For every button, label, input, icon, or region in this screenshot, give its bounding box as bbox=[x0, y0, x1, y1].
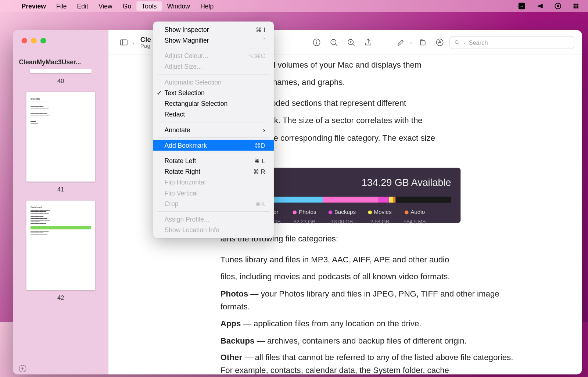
minimize-button[interactable] bbox=[31, 38, 36, 43]
svg-point-11 bbox=[577, 7, 578, 8]
svg-line-18 bbox=[335, 44, 337, 46]
rotate-icon[interactable] bbox=[415, 35, 430, 50]
menu-item-add-bookmark[interactable]: Add Bookmark⌘D bbox=[153, 140, 274, 151]
svg-rect-0 bbox=[519, 3, 525, 10]
menu-item-show-inspector[interactable]: Show Inspector⌘ I bbox=[153, 24, 274, 35]
menu-edit[interactable]: Edit bbox=[72, 1, 93, 11]
menu-item-text-selection[interactable]: ✓Text Selection bbox=[153, 87, 274, 98]
thumb-label: 41 bbox=[23, 182, 98, 201]
info-icon[interactable] bbox=[309, 35, 324, 50]
menubar: Preview File Edit View Go Tools Window H… bbox=[0, 0, 588, 12]
app-window: CleanMyMac3User... 40 Shredder ▬▬▬▬▬▬▬▬▬… bbox=[13, 30, 582, 374]
menu-item-show-magnifier[interactable]: Show Magnifier` bbox=[153, 35, 274, 46]
category-line: Tunes library and files in MP3, AAC, AIF… bbox=[220, 254, 522, 267]
menu-item-rotate-right[interactable]: Rotate Right⌘ R bbox=[153, 166, 274, 177]
svg-point-2 bbox=[557, 5, 559, 7]
disk-available: 134.29 GB Available bbox=[362, 175, 451, 191]
tools-menu: Show Inspector⌘ IShow Magnifier`Adjust C… bbox=[153, 22, 274, 238]
thumb-41[interactable]: Shredder ▬▬▬▬▬▬▬▬▬▬▬▬▬▬▬▬▬▬▬▬▬▬▬▬▬▬▬▬▬▬▬… bbox=[26, 92, 95, 182]
sidebar: CleanMyMac3User... 40 Shredder ▬▬▬▬▬▬▬▬▬… bbox=[13, 30, 108, 374]
svg-point-9 bbox=[573, 7, 575, 8]
chevron-down-icon: ⌄ bbox=[463, 40, 466, 45]
doc-title: Cle Pag bbox=[140, 36, 151, 49]
search-icon bbox=[454, 39, 460, 45]
zoom-button[interactable] bbox=[40, 38, 46, 43]
svg-point-10 bbox=[575, 7, 577, 8]
sidebar-toggle-icon[interactable] bbox=[116, 35, 131, 50]
markup-icon[interactable] bbox=[432, 35, 447, 50]
category-line: Other — all files that cannot be referre… bbox=[220, 351, 522, 374]
svg-point-26 bbox=[455, 40, 458, 43]
svg-point-16 bbox=[316, 41, 316, 41]
zoom-out-icon[interactable] bbox=[326, 35, 341, 50]
menu-item-rectangular-selection[interactable]: Rectangular Selection bbox=[153, 98, 274, 109]
share-icon[interactable] bbox=[361, 35, 376, 50]
svg-point-4 bbox=[575, 4, 577, 5]
svg-line-27 bbox=[458, 43, 459, 44]
menu-item-redact[interactable]: Redact bbox=[153, 109, 274, 119]
menu-item-flip-vertical: Flip Vertical bbox=[153, 188, 274, 198]
menubar-tray bbox=[517, 2, 580, 10]
thumb-40[interactable] bbox=[30, 69, 92, 73]
menu-item-assign-profile-: Assign Profile... bbox=[153, 214, 274, 225]
menu-item-flip-horizontal: Flip Horizontal bbox=[153, 177, 274, 187]
thumb-42[interactable]: Dashboard ▬▬▬▬▬▬▬▬▬▬▬▬▬▬▬▬▬▬▬▬▬▬▬▬▬▬▬▬▬▬… bbox=[26, 201, 95, 290]
menu-go[interactable]: Go bbox=[118, 1, 137, 11]
zoom-in-icon[interactable] bbox=[344, 35, 358, 50]
category-line: Backups — archives, containers and backu… bbox=[220, 334, 522, 348]
menu-item-adjust-colour-: Adjust Colour...⌥⌘C bbox=[153, 50, 274, 61]
legend-item: Audio584.5 MB bbox=[404, 208, 426, 226]
menu-item-show-location-info: Show Location Info bbox=[153, 225, 274, 235]
svg-rect-24 bbox=[420, 40, 425, 45]
chevron-down-icon[interactable]: ⌄ bbox=[132, 40, 135, 45]
svg-point-3 bbox=[573, 4, 575, 5]
thumbnail-list[interactable]: 40 Shredder ▬▬▬▬▬▬▬▬▬▬▬▬▬▬▬▬▬▬▬▬▬▬▬▬▬▬▬▬… bbox=[13, 69, 108, 362]
menu-item-annotate[interactable]: Annotate› bbox=[153, 124, 274, 135]
thumb-label: 40 bbox=[23, 73, 98, 92]
tray-icon-2[interactable] bbox=[535, 2, 544, 10]
category-line: Apps — application files from any locati… bbox=[220, 317, 522, 331]
legend-item: Movies2.68 GB bbox=[368, 208, 392, 226]
tray-icon-4[interactable] bbox=[571, 2, 580, 10]
legend-item: Backups13.00 GB bbox=[328, 208, 356, 226]
menu-file[interactable]: File bbox=[51, 1, 72, 11]
svg-point-8 bbox=[577, 5, 578, 7]
menu-item-rotate-left[interactable]: Rotate Left⌘ L bbox=[153, 155, 274, 166]
highlight-icon[interactable] bbox=[394, 35, 408, 50]
svg-point-7 bbox=[575, 5, 577, 7]
menu-view[interactable]: View bbox=[93, 1, 118, 11]
svg-point-6 bbox=[573, 5, 575, 7]
menu-item-adjust-size-: Adjust Size... bbox=[153, 61, 274, 72]
sidebar-title: CleanMyMac3User... bbox=[13, 43, 108, 69]
thumb-label: 42 bbox=[23, 290, 98, 309]
tray-icon-1[interactable] bbox=[517, 2, 526, 10]
chevron-down-icon[interactable]: ⌄ bbox=[409, 40, 412, 45]
menu-item-automatic-selection: Automatic Selection bbox=[153, 76, 274, 87]
svg-rect-12 bbox=[120, 40, 127, 45]
svg-line-21 bbox=[352, 44, 354, 46]
menu-item-crop: Crop⌘K bbox=[153, 198, 274, 209]
category-line: Photos — your Photos library and files i… bbox=[220, 287, 522, 313]
svg-point-5 bbox=[577, 4, 578, 5]
add-page-icon[interactable]: + bbox=[19, 365, 26, 372]
menu-help[interactable]: Help bbox=[195, 1, 219, 11]
search-input[interactable]: ⌄ Search bbox=[449, 36, 574, 49]
sidebar-footer: + bbox=[13, 362, 108, 374]
category-line: files, including movies and podcasts of … bbox=[220, 270, 522, 284]
close-button[interactable] bbox=[22, 38, 27, 43]
tray-icon-3[interactable] bbox=[553, 2, 562, 10]
legend-item: Photos92.23 GB bbox=[293, 208, 316, 226]
traffic-lights bbox=[13, 30, 108, 43]
menu-tools[interactable]: Tools bbox=[136, 1, 162, 11]
menu-window[interactable]: Window bbox=[162, 1, 195, 11]
menu-app[interactable]: Preview bbox=[17, 1, 51, 11]
